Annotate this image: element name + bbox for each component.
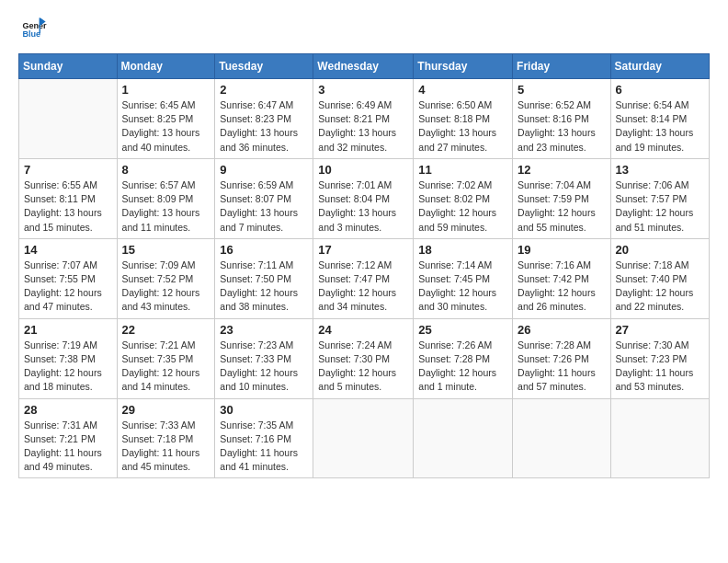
day-number: 1 (122, 83, 210, 97)
day-info: Sunrise: 7:01 AMSunset: 8:04 PMDaylight:… (318, 178, 408, 235)
calendar-cell: 29Sunrise: 7:33 AMSunset: 7:18 PMDayligh… (117, 398, 215, 478)
day-info: Sunrise: 7:18 AMSunset: 7:40 PMDaylight:… (616, 259, 704, 315)
day-number: 30 (220, 403, 308, 417)
calendar-cell: 10Sunrise: 7:01 AMSunset: 8:04 PMDayligh… (313, 158, 414, 238)
day-number: 28 (24, 403, 112, 417)
calendar-cell: 3Sunrise: 6:49 AMSunset: 8:21 PMDaylight… (313, 79, 414, 159)
day-info: Sunrise: 7:23 AMSunset: 7:33 PMDaylight:… (220, 339, 308, 395)
day-number: 6 (616, 83, 704, 97)
calendar-cell: 19Sunrise: 7:16 AMSunset: 7:42 PMDayligh… (513, 238, 611, 318)
day-number: 14 (24, 243, 112, 257)
calendar-cell: 16Sunrise: 7:11 AMSunset: 7:50 PMDayligh… (215, 238, 313, 318)
day-number: 20 (616, 243, 704, 257)
dow-header-wednesday: Wednesday (313, 54, 414, 79)
calendar-cell (513, 398, 611, 478)
calendar-cell: 25Sunrise: 7:26 AMSunset: 7:28 PMDayligh… (414, 318, 513, 398)
svg-text:Blue: Blue (22, 29, 40, 39)
day-info: Sunrise: 7:28 AMSunset: 7:26 PMDaylight:… (518, 339, 606, 395)
calendar-cell: 17Sunrise: 7:12 AMSunset: 7:47 PMDayligh… (313, 238, 414, 318)
calendar-cell: 21Sunrise: 7:19 AMSunset: 7:38 PMDayligh… (19, 318, 118, 398)
day-number: 17 (318, 243, 408, 257)
calendar-cell: 5Sunrise: 6:52 AMSunset: 8:16 PMDaylight… (513, 79, 611, 159)
day-info: Sunrise: 7:35 AMSunset: 7:16 PMDaylight:… (220, 419, 308, 475)
dow-header-sunday: Sunday (19, 54, 118, 79)
day-number: 21 (24, 323, 112, 337)
calendar-cell (414, 398, 513, 478)
day-info: Sunrise: 6:50 AMSunset: 8:18 PMDaylight:… (418, 98, 507, 155)
day-info: Sunrise: 7:06 AMSunset: 7:57 PMDaylight:… (616, 178, 704, 235)
calendar-cell (313, 398, 414, 478)
day-number: 29 (122, 403, 210, 417)
calendar-cell: 22Sunrise: 7:21 AMSunset: 7:35 PMDayligh… (117, 318, 215, 398)
day-number: 3 (318, 83, 408, 97)
day-info: Sunrise: 6:55 AMSunset: 8:11 PMDaylight:… (24, 178, 112, 235)
dow-header-saturday: Saturday (610, 54, 709, 79)
day-info: Sunrise: 7:24 AMSunset: 7:30 PMDaylight:… (318, 339, 408, 395)
day-number: 15 (122, 243, 210, 257)
header: General Blue (18, 17, 710, 46)
calendar-cell: 7Sunrise: 6:55 AMSunset: 8:11 PMDaylight… (19, 158, 118, 238)
day-info: Sunrise: 6:52 AMSunset: 8:16 PMDaylight:… (518, 98, 606, 155)
calendar-cell: 8Sunrise: 6:57 AMSunset: 8:09 PMDaylight… (117, 158, 215, 238)
day-info: Sunrise: 7:26 AMSunset: 7:28 PMDaylight:… (418, 339, 507, 395)
day-number: 2 (220, 83, 308, 97)
day-number: 8 (122, 163, 210, 177)
day-info: Sunrise: 7:07 AMSunset: 7:55 PMDaylight:… (24, 259, 112, 315)
day-number: 19 (518, 243, 606, 257)
logo-icon: General Blue (21, 17, 47, 42)
week-row-1: 7Sunrise: 6:55 AMSunset: 8:11 PMDaylight… (19, 158, 710, 238)
day-info: Sunrise: 7:21 AMSunset: 7:35 PMDaylight:… (122, 339, 210, 395)
day-number: 13 (616, 163, 704, 177)
day-info: Sunrise: 7:31 AMSunset: 7:21 PMDaylight:… (24, 419, 112, 475)
day-info: Sunrise: 6:45 AMSunset: 8:25 PMDaylight:… (122, 98, 210, 155)
calendar-cell: 14Sunrise: 7:07 AMSunset: 7:55 PMDayligh… (19, 238, 118, 318)
logo: General Blue (18, 17, 47, 46)
day-info: Sunrise: 7:04 AMSunset: 7:59 PMDaylight:… (518, 178, 606, 235)
week-row-4: 28Sunrise: 7:31 AMSunset: 7:21 PMDayligh… (19, 398, 710, 478)
day-info: Sunrise: 6:49 AMSunset: 8:21 PMDaylight:… (318, 98, 408, 155)
svg-rect-3 (40, 17, 40, 33)
day-number: 18 (418, 243, 507, 257)
day-number: 25 (418, 323, 507, 337)
day-number: 16 (220, 243, 308, 257)
calendar-cell: 1Sunrise: 6:45 AMSunset: 8:25 PMDaylight… (117, 79, 215, 159)
calendar-cell: 13Sunrise: 7:06 AMSunset: 7:57 PMDayligh… (610, 158, 709, 238)
calendar-cell: 30Sunrise: 7:35 AMSunset: 7:16 PMDayligh… (215, 398, 313, 478)
day-number: 4 (418, 83, 507, 97)
day-info: Sunrise: 7:02 AMSunset: 8:02 PMDaylight:… (418, 178, 507, 235)
day-info: Sunrise: 6:59 AMSunset: 8:07 PMDaylight:… (220, 178, 308, 235)
calendar-cell: 4Sunrise: 6:50 AMSunset: 8:18 PMDaylight… (414, 79, 513, 159)
dow-header-thursday: Thursday (414, 54, 513, 79)
day-number: 12 (518, 163, 606, 177)
page: General Blue SundayMondayTuesdayWednesda… (0, 0, 728, 495)
day-number: 26 (518, 323, 606, 337)
calendar-cell: 18Sunrise: 7:14 AMSunset: 7:45 PMDayligh… (414, 238, 513, 318)
day-number: 23 (220, 323, 308, 337)
calendar-cell: 11Sunrise: 7:02 AMSunset: 8:02 PMDayligh… (414, 158, 513, 238)
dow-header-tuesday: Tuesday (215, 54, 313, 79)
day-number: 22 (122, 323, 210, 337)
day-info: Sunrise: 7:11 AMSunset: 7:50 PMDaylight:… (220, 259, 308, 315)
calendar-cell: 6Sunrise: 6:54 AMSunset: 8:14 PMDaylight… (610, 79, 709, 159)
calendar-cell: 15Sunrise: 7:09 AMSunset: 7:52 PMDayligh… (117, 238, 215, 318)
day-number: 5 (518, 83, 606, 97)
calendar-cell (19, 79, 118, 159)
calendar-cell: 24Sunrise: 7:24 AMSunset: 7:30 PMDayligh… (313, 318, 414, 398)
day-number: 9 (220, 163, 308, 177)
day-info: Sunrise: 7:33 AMSunset: 7:18 PMDaylight:… (122, 419, 210, 475)
calendar-cell: 20Sunrise: 7:18 AMSunset: 7:40 PMDayligh… (610, 238, 709, 318)
day-info: Sunrise: 7:16 AMSunset: 7:42 PMDaylight:… (518, 259, 606, 315)
days-of-week-row: SundayMondayTuesdayWednesdayThursdayFrid… (19, 54, 710, 79)
day-number: 24 (318, 323, 408, 337)
day-number: 27 (616, 323, 704, 337)
day-info: Sunrise: 7:30 AMSunset: 7:23 PMDaylight:… (616, 339, 704, 395)
day-info: Sunrise: 6:47 AMSunset: 8:23 PMDaylight:… (220, 98, 308, 155)
day-info: Sunrise: 7:12 AMSunset: 7:47 PMDaylight:… (318, 259, 408, 315)
week-row-0: 1Sunrise: 6:45 AMSunset: 8:25 PMDaylight… (19, 79, 710, 159)
day-info: Sunrise: 6:57 AMSunset: 8:09 PMDaylight:… (122, 178, 210, 235)
calendar-table: SundayMondayTuesdayWednesdayThursdayFrid… (18, 53, 710, 478)
calendar-cell: 12Sunrise: 7:04 AMSunset: 7:59 PMDayligh… (513, 158, 611, 238)
day-info: Sunrise: 7:09 AMSunset: 7:52 PMDaylight:… (122, 259, 210, 315)
calendar-cell: 9Sunrise: 6:59 AMSunset: 8:07 PMDaylight… (215, 158, 313, 238)
dow-header-monday: Monday (117, 54, 215, 79)
